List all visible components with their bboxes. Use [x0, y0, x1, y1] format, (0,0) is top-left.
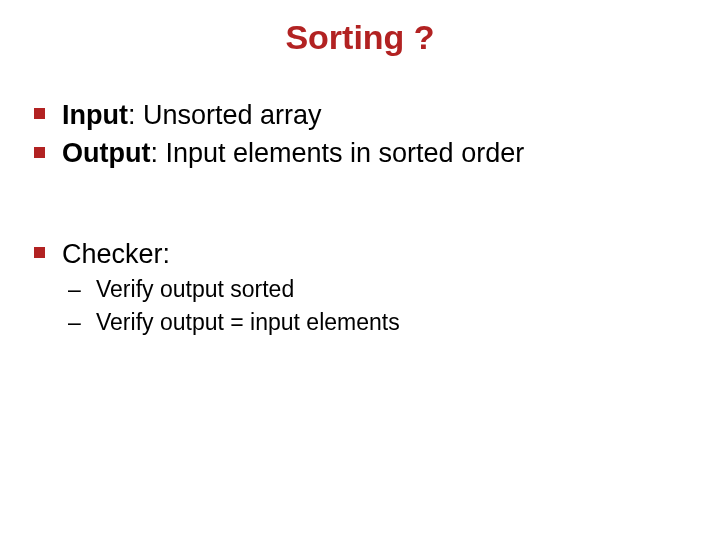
bullet-output: Output: Input elements in sorted order — [34, 135, 686, 171]
bullet-output-text: : Input elements in sorted order — [150, 138, 524, 168]
bullet-input-label: Input — [62, 100, 128, 130]
sub-bullet-verify-sorted: Verify output sorted — [68, 274, 686, 305]
slide: Sorting ? Input: Unsorted array Output: … — [0, 0, 720, 540]
bullet-checker: Checker: — [34, 236, 686, 272]
bullet-input: Input: Unsorted array — [34, 97, 686, 133]
bullet-checker-label: Checker: — [62, 239, 170, 269]
sub-bullet-verify-equal: Verify output = input elements — [68, 307, 686, 338]
bullet-output-label: Output — [62, 138, 150, 168]
slide-body: Input: Unsorted array Output: Input elem… — [0, 97, 720, 338]
spacer — [34, 174, 686, 236]
bullet-input-text: : Unsorted array — [128, 100, 322, 130]
slide-title: Sorting ? — [0, 0, 720, 97]
